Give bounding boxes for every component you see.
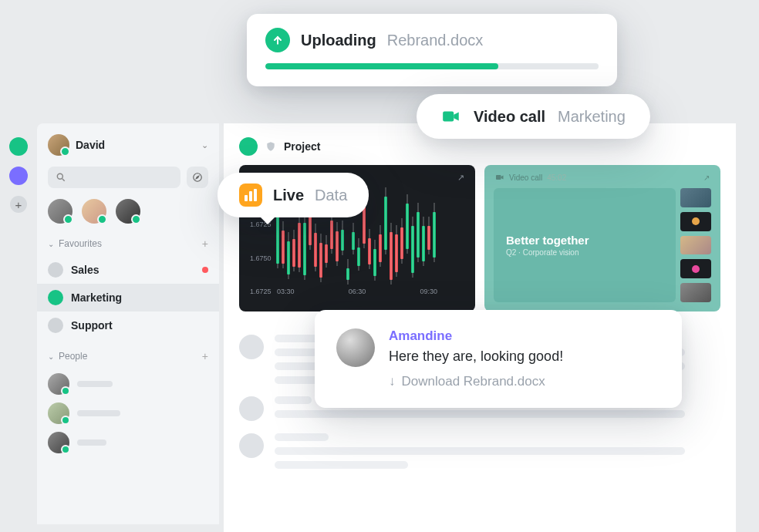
feed-text-line xyxy=(275,410,685,418)
add-workspace-button[interactable]: + xyxy=(10,196,27,213)
sidebar: David ⌄ ⌄ Favourites + Sales Marketing S… xyxy=(37,123,219,524)
explore-button[interactable] xyxy=(187,167,208,188)
recent-avatar-1[interactable] xyxy=(48,199,73,224)
download-icon: ↓ xyxy=(389,374,396,389)
channel-dot xyxy=(48,290,63,305)
open-external-icon[interactable]: ↗ xyxy=(703,173,710,182)
sidebar-item-label: Marketing xyxy=(71,291,122,304)
upload-filename: Rebrand.docx xyxy=(387,32,484,49)
video-main-slide: Better together Q2 · Corporate vision xyxy=(494,188,676,302)
svg-marker-3 xyxy=(196,176,199,179)
chevron-down-icon: ⌄ xyxy=(48,352,54,361)
video-participants xyxy=(680,188,711,302)
person-avatar xyxy=(48,432,69,453)
y-tick: 1.6750 xyxy=(250,254,272,262)
compass-icon xyxy=(192,172,203,183)
feed-text-line xyxy=(275,447,685,455)
video-icon xyxy=(441,106,461,126)
person-name-placeholder xyxy=(77,410,120,416)
participant-thumb[interactable] xyxy=(680,188,711,207)
upload-title: Uploading xyxy=(301,32,376,49)
videocall-card[interactable]: Video call Marketing xyxy=(417,94,650,139)
feed-text-line xyxy=(275,433,329,441)
current-user-row[interactable]: David ⌄ xyxy=(37,134,219,156)
feed-avatar xyxy=(239,335,264,359)
recent-avatar-2[interactable] xyxy=(82,199,106,224)
workspace-dot-2[interactable] xyxy=(9,167,28,185)
feed-avatar xyxy=(239,396,264,421)
participant-thumb[interactable] xyxy=(680,259,711,278)
sidebar-item-sales[interactable]: Sales xyxy=(37,256,219,284)
bar-chart-icon xyxy=(239,184,262,207)
x-tick: 03:30 xyxy=(277,288,295,295)
feed-text-line xyxy=(275,396,312,404)
upload-icon xyxy=(265,28,290,52)
recent-avatars xyxy=(37,199,219,224)
chevron-down-icon: ⌄ xyxy=(201,140,208,150)
svg-rect-4 xyxy=(496,175,501,180)
video-call-widget[interactable]: Video call 45:02 ↗ Better together Q2 · … xyxy=(484,165,720,311)
videocall-channel: Marketing xyxy=(558,108,626,126)
favourites-header[interactable]: ⌄ Favourites + xyxy=(37,237,219,250)
search-icon xyxy=(56,172,66,183)
livedata-card[interactable]: Live Data xyxy=(218,173,369,217)
people-header[interactable]: ⌄ People + xyxy=(37,350,219,362)
open-external-icon[interactable]: ↗ xyxy=(457,173,464,183)
participant-thumb[interactable] xyxy=(680,236,711,255)
sidebar-item-marketing[interactable]: Marketing xyxy=(37,284,219,311)
message-card: Amandine Here they are, looking good! ↓ … xyxy=(315,310,682,408)
feed-text-line xyxy=(275,335,321,342)
x-tick: 06:30 xyxy=(349,288,366,295)
feed-text-line xyxy=(275,461,408,469)
participant-thumb[interactable] xyxy=(680,283,711,302)
user-avatar xyxy=(48,134,69,156)
person-row[interactable] xyxy=(48,373,208,395)
channel-dot xyxy=(48,262,63,278)
feed-avatar xyxy=(239,433,264,458)
feed-message xyxy=(239,433,720,469)
download-label: Download Rebrand.docx xyxy=(402,374,545,389)
chevron-down-icon: ⌄ xyxy=(48,240,54,248)
video-call-label: Video call xyxy=(509,173,542,182)
workspace-rail: + xyxy=(0,131,37,213)
shield-icon xyxy=(265,141,276,152)
channel-title: Project xyxy=(284,140,320,153)
person-row[interactable] xyxy=(48,432,208,453)
person-row[interactable] xyxy=(48,402,208,424)
person-avatar xyxy=(48,402,69,424)
person-avatar xyxy=(48,373,69,395)
favourites-label: Favourites xyxy=(59,238,102,249)
message-avatar xyxy=(336,328,375,367)
videocall-title: Video call xyxy=(474,108,545,126)
upload-progress-fill xyxy=(265,63,498,69)
slide-title: Better together xyxy=(506,234,663,247)
slide-subtitle: Q2 · Corporate vision xyxy=(506,248,663,257)
channel-dot xyxy=(48,318,63,333)
recent-avatar-3[interactable] xyxy=(116,199,140,224)
video-icon xyxy=(495,173,504,182)
message-text: Here they are, looking good! xyxy=(389,348,563,365)
livedata-title: Live xyxy=(273,187,304,204)
sidebar-item-support[interactable]: Support xyxy=(37,311,219,339)
x-tick: 09:30 xyxy=(420,288,437,295)
workspace-dot-1[interactable] xyxy=(9,137,28,156)
upload-card: Uploading Rebrand.docx xyxy=(247,14,617,86)
svg-point-0 xyxy=(57,173,62,179)
svg-line-1 xyxy=(62,179,65,181)
add-favourite-button[interactable]: + xyxy=(202,237,208,250)
download-attachment-button[interactable]: ↓ Download Rebrand.docx xyxy=(389,374,563,389)
search-input[interactable] xyxy=(48,167,180,188)
svg-rect-5 xyxy=(443,112,454,122)
livedata-subtitle: Data xyxy=(315,187,347,204)
sidebar-item-label: Sales xyxy=(71,264,100,276)
people-list xyxy=(37,369,219,453)
notification-dot xyxy=(202,267,208,273)
video-call-duration: 45:02 xyxy=(547,173,566,182)
person-name-placeholder xyxy=(77,381,113,387)
channel-dot xyxy=(239,137,258,156)
message-author: Amandine xyxy=(389,328,563,344)
participant-thumb[interactable] xyxy=(680,212,711,231)
add-person-button[interactable]: + xyxy=(202,350,208,362)
sidebar-item-label: Support xyxy=(71,319,113,332)
user-name: David xyxy=(76,139,195,151)
